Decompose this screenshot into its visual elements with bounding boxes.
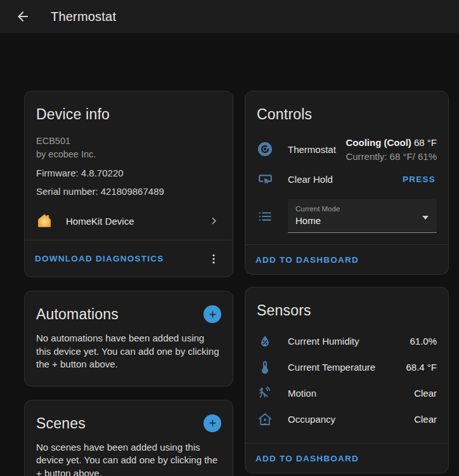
sensor-row-humidity: Current Humidity 61.0% bbox=[257, 328, 437, 354]
scenes-title: Scenes bbox=[36, 414, 86, 432]
thermostat-control-row: Thermostat Cooling (Cool) 68 °F Currentl… bbox=[257, 133, 437, 165]
sensors-title: Sensors bbox=[257, 301, 437, 319]
sensor-label: Occupancy bbox=[288, 414, 414, 425]
device-info-footer: DOWNLOAD DIAGNOSTICS bbox=[25, 240, 233, 277]
press-button[interactable]: PRESS bbox=[401, 171, 437, 188]
sensors-card: Sensors Current Humidity 61.0% bbox=[245, 287, 449, 473]
list-bulleted-icon bbox=[257, 209, 273, 224]
sensor-label: Current Humidity bbox=[288, 336, 410, 347]
back-button[interactable] bbox=[10, 4, 36, 29]
plus-icon bbox=[207, 418, 218, 428]
water-percent-icon bbox=[257, 334, 273, 349]
clear-hold-label: Clear Hold bbox=[288, 174, 401, 185]
sensor-label: Current Temperature bbox=[288, 362, 406, 373]
dropdown-caret-icon bbox=[422, 216, 429, 220]
add-automation-button[interactable] bbox=[204, 305, 221, 323]
sensors-footer: ADD TO DASHBOARD bbox=[245, 443, 448, 473]
sensor-value[interactable]: 68.4 °F bbox=[406, 362, 437, 373]
thermostat-row-label: Thermostat bbox=[288, 144, 346, 155]
dots-vertical-icon bbox=[207, 253, 220, 265]
thermostat-state-secondary: Currently: 68 °F/ 61% bbox=[346, 151, 437, 162]
app-bar: Thermostat bbox=[0, 0, 459, 33]
controls-card: Controls Thermostat Cooling (Cool bbox=[245, 91, 449, 275]
sensor-row-motion: Motion Clear bbox=[257, 380, 437, 406]
controls-add-to-dashboard-button[interactable]: ADD TO DASHBOARD bbox=[250, 250, 364, 270]
sensors-add-to-dashboard-button[interactable]: ADD TO DASHBOARD bbox=[250, 449, 364, 468]
sensor-label: Motion bbox=[288, 388, 414, 399]
scenes-empty-text: No scenes have been added using this dev… bbox=[36, 441, 221, 476]
arrow-left-icon bbox=[15, 9, 30, 24]
device-model: ECB501 bbox=[36, 135, 221, 148]
download-diagnostics-button[interactable]: DOWNLOAD DIAGNOSTICS bbox=[30, 249, 169, 268]
device-firmware: Firmware: 4.8.70220 bbox=[36, 167, 221, 180]
controls-title: Controls bbox=[257, 105, 437, 123]
automations-empty-text: No automations have been added using thi… bbox=[36, 332, 221, 386]
device-info-title: Device info bbox=[36, 105, 221, 123]
sensor-value[interactable]: 61.0% bbox=[410, 336, 437, 347]
page-title: Thermostat bbox=[51, 10, 116, 24]
motion-sensor-icon bbox=[257, 386, 273, 401]
thermostat-dial-icon bbox=[257, 141, 273, 157]
add-scene-button[interactable] bbox=[204, 414, 221, 432]
overflow-menu-button[interactable] bbox=[202, 248, 225, 270]
device-info-card: Device info ECB501 by ecobee Inc. Firmwa… bbox=[24, 91, 233, 277]
homekit-device-label: HomeKit Device bbox=[66, 216, 207, 227]
homekit-house-icon bbox=[36, 213, 53, 229]
current-mode-select-label: Current Mode bbox=[295, 205, 429, 213]
current-mode-select-value: Home bbox=[295, 215, 429, 226]
automations-title: Automations bbox=[36, 305, 119, 323]
automations-card: Automations No automations have been add… bbox=[24, 291, 233, 387]
device-model-manufacturer: ECB501 by ecobee Inc. bbox=[36, 135, 221, 161]
homekit-device-row[interactable]: HomeKit Device bbox=[36, 211, 221, 231]
chevron-right-icon bbox=[207, 214, 221, 228]
gesture-tap-button-icon bbox=[257, 171, 273, 187]
device-page-content: Device info ECB501 by ecobee Inc. Firmwa… bbox=[0, 33, 459, 476]
current-mode-row: Current Mode Home bbox=[257, 199, 437, 233]
scenes-card: Scenes No scenes have been added using t… bbox=[24, 400, 233, 476]
sensor-value[interactable]: Clear bbox=[414, 388, 437, 399]
sensor-value[interactable]: Clear bbox=[414, 414, 437, 425]
current-mode-select[interactable]: Current Mode Home bbox=[288, 199, 437, 233]
home-occupancy-icon bbox=[257, 412, 273, 427]
clear-hold-row: Clear Hold PRESS bbox=[257, 165, 437, 193]
sensor-row-occupancy: Occupancy Clear bbox=[257, 406, 437, 432]
sensor-row-temperature: Current Temperature 68.4 °F bbox=[257, 354, 437, 380]
controls-footer: ADD TO DASHBOARD bbox=[245, 244, 448, 274]
thermometer-icon bbox=[257, 360, 273, 375]
plus-icon bbox=[207, 309, 218, 320]
thermostat-state[interactable]: Cooling (Cool) 68 °F bbox=[346, 137, 437, 148]
device-serial: Serial number: 421809867489 bbox=[36, 185, 221, 198]
device-manufacturer: by ecobee Inc. bbox=[36, 148, 221, 161]
